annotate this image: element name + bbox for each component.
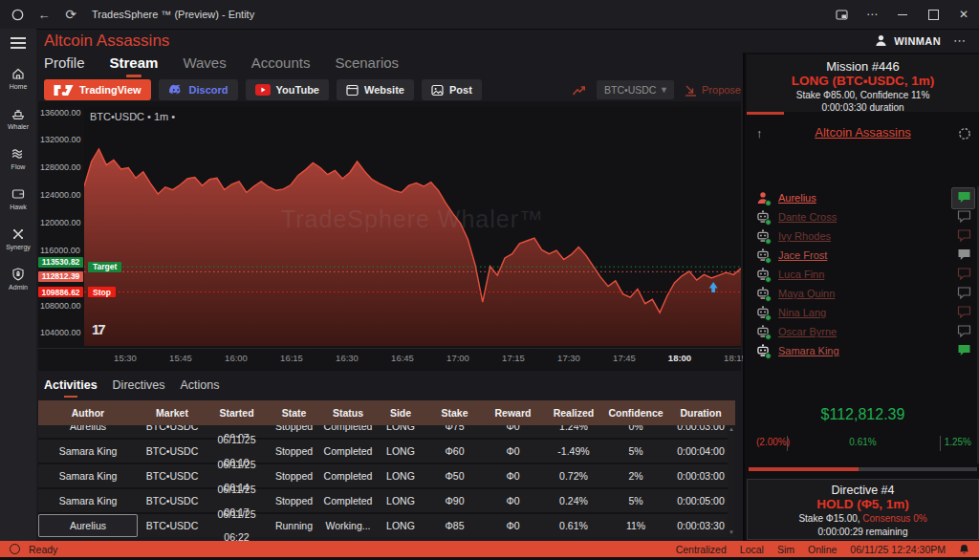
tab-actions[interactable]: Actions (180, 378, 219, 398)
maximize-button[interactable] (918, 0, 948, 29)
chat-bubble-icon[interactable] (957, 306, 971, 318)
close-button[interactable]: ✕ (948, 0, 979, 29)
column-header-status[interactable]: Status (321, 407, 375, 419)
time-tick: 16:30 (326, 353, 368, 363)
member-name[interactable]: Jace Frost (778, 249, 827, 261)
table-row[interactable]: Samara KingBTC•USDC06/11/25 06:17Stopped… (38, 487, 735, 512)
column-header-stake[interactable]: Stake (426, 407, 483, 419)
column-header-author[interactable]: Author (38, 407, 138, 419)
chat-bubble-icon[interactable] (957, 210, 971, 223)
minimize-button[interactable] (887, 0, 918, 29)
member-name[interactable]: Ivy Rhodes (778, 230, 831, 242)
column-header-duration[interactable]: Duration (667, 407, 734, 419)
column-header-side[interactable]: Side (375, 407, 426, 419)
member-name[interactable]: Nina Lang (778, 307, 826, 318)
mission-position: LONG (BTC•USDC, 1m) (747, 74, 979, 88)
table-row[interactable]: AureliusBTC•USDC06/11/25 06:22RunningWor… (38, 512, 735, 537)
settings-icon[interactable] (958, 127, 971, 140)
chat-bubble-icon[interactable] (957, 268, 971, 280)
online-status-dot (765, 276, 772, 283)
titlebar-more-button[interactable]: ⋯ (857, 0, 887, 29)
market-select[interactable]: BTC•USDC ▼ (597, 80, 674, 99)
propose-button[interactable]: Propose (684, 84, 741, 97)
member-name[interactable]: Oscar Byrne (778, 326, 837, 337)
member-row[interactable]: Aurelius (752, 188, 975, 207)
column-header-market[interactable]: Market (138, 407, 207, 419)
member-name[interactable]: Aurelius (778, 192, 816, 204)
column-header-reward[interactable]: Reward (483, 407, 543, 419)
youtube-button[interactable]: YouTube (246, 79, 329, 100)
member-row[interactable]: Samara King (752, 341, 975, 360)
member-row[interactable]: Ivy Rhodes (752, 226, 975, 246)
chat-bubble-icon[interactable] (957, 229, 971, 242)
sidebar-item-flow[interactable]: Flow (0, 138, 36, 178)
chart-symbol-label[interactable]: BTC•USDC • 1m • (90, 111, 175, 122)
post-button[interactable]: Post (422, 79, 482, 100)
social-button-label: Discord (189, 84, 228, 96)
website-button[interactable]: Website (337, 79, 414, 100)
column-header-state[interactable]: State (267, 407, 321, 419)
squad-link[interactable]: Altcoin Assassins (745, 125, 979, 140)
tab-profile[interactable]: Profile (44, 54, 85, 77)
back-button[interactable]: ← (31, 0, 57, 29)
member-name[interactable]: Dante Cross (778, 211, 837, 223)
member-row[interactable]: Maya Quinn (752, 284, 975, 303)
cell-author: Samara King (38, 440, 138, 463)
popout-icon[interactable] (826, 0, 857, 29)
squad-header: ↑ Altcoin Assassins (745, 125, 979, 146)
status-item: Online (808, 544, 837, 555)
sidebar-item-admin[interactable]: Admin (0, 258, 36, 298)
member-row[interactable]: Dante Cross (752, 207, 975, 226)
menu-icon[interactable] (0, 29, 36, 57)
discord-button[interactable]: Discord (159, 79, 238, 100)
table-row[interactable]: AureliusBTC•USDC06/11/25 06:07StoppedCom… (38, 425, 735, 438)
cell-author[interactable]: Aurelius (38, 514, 138, 537)
sidebar-item-whaler[interactable]: Whaler (0, 97, 36, 138)
member-name[interactable]: Luca Finn (778, 269, 824, 280)
cell-realized: 1.24% (543, 425, 604, 438)
table-row[interactable]: Samara KingBTC•USDC06/11/25 06:10Stopped… (38, 438, 735, 463)
status-item: Local (740, 544, 764, 555)
sidebar-item-hawk[interactable]: Hawk (0, 178, 36, 218)
chat-bubble-icon[interactable] (957, 344, 971, 356)
chat-bubble-icon[interactable] (957, 287, 971, 299)
tab-scenarios[interactable]: Scenarios (335, 54, 399, 77)
tradingview-button[interactable]: TradingView (44, 79, 151, 100)
member-row[interactable]: Luca Finn (752, 265, 975, 284)
member-name[interactable]: Samara King (778, 345, 839, 356)
sidebar-item-label: Admin (9, 284, 28, 291)
table-row[interactable]: Samara KingBTC•USDC06/11/25 06:14Stopped… (38, 463, 735, 487)
sidebar-item-home[interactable]: Home (0, 57, 36, 97)
table-body: AureliusBTC•USDC06/11/25 06:07StoppedCom… (38, 425, 735, 537)
sidebar-item-synergy[interactable]: Synergy (0, 218, 36, 258)
tab-activities[interactable]: Activities (44, 378, 98, 398)
tab-stream[interactable]: Stream (110, 54, 159, 77)
bell-icon[interactable] (959, 544, 969, 555)
tab-waves[interactable]: Waves (183, 54, 226, 77)
cell-realized: -1.49% (543, 440, 604, 463)
user-more-icon[interactable]: ⋯ (953, 33, 966, 48)
member-row[interactable]: Nina Lang (752, 303, 975, 322)
member-row[interactable]: Jace Frost (752, 246, 975, 265)
member-name[interactable]: Maya Quinn (778, 288, 835, 299)
online-status-dot (765, 238, 772, 245)
tab-accounts[interactable]: Accounts (251, 54, 311, 77)
tab-directives[interactable]: Directives (113, 378, 165, 398)
member-row[interactable]: Oscar Byrne (752, 322, 975, 341)
chat-bubble-icon[interactable] (957, 325, 971, 337)
refresh-button[interactable]: ⟳ (57, 0, 84, 29)
scroll-down-icon[interactable]: ▼ (728, 529, 735, 535)
chat-bubble-icon[interactable] (957, 191, 971, 204)
tradingview-logo[interactable]: 17 (92, 321, 104, 337)
user-menu[interactable]: WINMAN ⋯ (875, 33, 966, 48)
scroll-up-icon[interactable]: ▲ (728, 426, 735, 432)
column-header-started[interactable]: Started (207, 407, 267, 419)
time-axis[interactable]: 15:3015:4516:0016:1516:3016:4517:0017:15… (38, 348, 741, 366)
table-scrollbar[interactable]: ▲ ▼ (728, 425, 735, 536)
chart-canvas[interactable]: TradeSphere Whaler™ BTC•USDC • 1m • 17 (84, 107, 741, 346)
chat-bubble-icon[interactable] (957, 248, 971, 261)
price-tick: 104000.00 (40, 328, 82, 337)
column-header-realized[interactable]: Realized (543, 407, 604, 419)
directive-stake: Stake Φ15.00, (798, 513, 859, 524)
column-header-confidence[interactable]: Confidence (604, 407, 667, 419)
